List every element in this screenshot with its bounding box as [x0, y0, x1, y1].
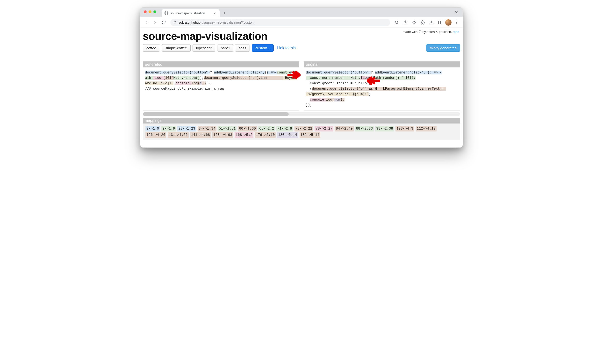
new-tab-button[interactable]: +: [221, 10, 228, 16]
minify-generated-button[interactable]: minify generated: [426, 44, 460, 52]
bookmark-star-icon[interactable]: [410, 19, 418, 26]
profile-avatar[interactable]: [445, 19, 452, 26]
preset-sass-button[interactable]: sass: [235, 44, 250, 52]
credits: made with ♡ by sokra & paulirish. repo: [403, 30, 459, 34]
url-path: /source-map-visualization/#custom: [202, 21, 255, 24]
repo-link[interactable]: repo: [453, 30, 459, 34]
globe-icon: [164, 11, 168, 15]
tab-close-icon[interactable]: ×: [213, 11, 217, 16]
mapping-item[interactable]: 176->5:10: [255, 132, 276, 138]
mappings-panel-header: mappings: [143, 118, 460, 124]
mappings-panel: mappings 0->1:09->1:923->1:2334->1:3451-…: [143, 118, 460, 140]
mapping-item[interactable]: 84->2:49: [335, 126, 354, 132]
url-host: sokra.github.io: [179, 21, 200, 24]
browser-toolbar: sokra.github.io/source-map-visualization…: [140, 17, 463, 28]
original-panel-header: original: [304, 62, 460, 67]
mappings-list: 0->1:09->1:923->1:2334->1:3451->1:5160->…: [143, 124, 460, 140]
lock-icon: [173, 20, 177, 24]
mapping-item[interactable]: 9->1:9: [161, 126, 176, 132]
extensions-icon[interactable]: [419, 19, 426, 26]
mapping-item[interactable]: 163->4:93: [212, 132, 233, 138]
mapping-item[interactable]: 51->1:51: [218, 126, 237, 132]
mapping-item[interactable]: 141->4:68: [190, 132, 211, 138]
tab-title: source-map-visualization: [170, 11, 205, 15]
scrollbar-thumb[interactable]: [143, 112, 289, 116]
browser-tab[interactable]: source-map-visualization ×: [162, 9, 220, 17]
mapping-item[interactable]: 93->2:38: [375, 126, 394, 132]
mapping-item[interactable]: 168->5:2: [235, 132, 254, 138]
credits-by: by sokra & paulirish.: [422, 30, 453, 34]
original-panel: original document.querySelector('button'…: [304, 61, 460, 110]
tab-strip: source-map-visualization × +: [140, 8, 463, 17]
preset-simple-coffee-button[interactable]: simple-coffee: [162, 44, 191, 52]
reload-button[interactable]: [160, 19, 167, 26]
code-panels: generated document.querySelector("button…: [143, 61, 460, 110]
share-icon[interactable]: [402, 19, 409, 26]
generated-code[interactable]: document.querySelector("button")?.addEve…: [143, 67, 299, 94]
mapping-item[interactable]: 60->1:60: [238, 126, 257, 132]
downloads-icon[interactable]: [428, 19, 435, 26]
window-close-button[interactable]: [144, 10, 147, 13]
mapping-item[interactable]: 34->1:34: [198, 126, 217, 132]
svg-rect-6: [439, 21, 442, 24]
search-icon[interactable]: [393, 19, 400, 26]
mapping-item[interactable]: 131->4:56: [168, 132, 188, 138]
mapping-item[interactable]: 0->1:0: [145, 126, 160, 132]
window-controls: [144, 10, 156, 13]
generated-panel-scrollbar[interactable]: [143, 112, 460, 116]
original-code[interactable]: document.querySelector('button')?.addEve…: [304, 67, 460, 110]
mapping-item[interactable]: 182->5:14: [300, 132, 320, 138]
mapping-item[interactable]: 71->2:8: [276, 126, 293, 132]
back-button[interactable]: [143, 19, 150, 26]
mapping-item[interactable]: 103->4:3: [395, 126, 414, 132]
credits-prefix: made with: [403, 30, 418, 34]
preset-coffee-button[interactable]: coffee: [143, 44, 160, 52]
svg-rect-0: [174, 22, 176, 23]
window-maximize-button[interactable]: [153, 10, 156, 13]
mapping-item[interactable]: 126->4:26: [145, 132, 166, 138]
page-content: made with ♡ by sokra & paulirish. repo s…: [140, 28, 463, 147]
address-bar[interactable]: sokra.github.io/source-map-visualization…: [170, 19, 390, 26]
preset-custom-button[interactable]: custom...: [252, 44, 274, 52]
mapping-item[interactable]: 88->2:33: [355, 126, 374, 132]
svg-line-2: [397, 23, 398, 24]
tabs-menu-button[interactable]: [454, 10, 459, 15]
link-to-this[interactable]: Link to this: [277, 46, 295, 50]
window-minimize-button[interactable]: [149, 10, 151, 13]
svg-marker-4: [412, 21, 416, 24]
forward-button[interactable]: [151, 19, 159, 26]
mapping-item[interactable]: 112->4:12: [416, 126, 437, 132]
preset-buttons-row: coffee simple-coffee typescript babel sa…: [143, 44, 460, 52]
svg-point-1: [395, 21, 398, 24]
preset-babel-button[interactable]: babel: [217, 44, 233, 52]
heart-icon: ♡: [418, 30, 422, 34]
mapping-item[interactable]: 65->2:2: [258, 126, 275, 132]
mapping-item[interactable]: 78->2:27: [314, 126, 333, 132]
mapping-item[interactable]: 180->5:14: [277, 132, 298, 138]
mapping-item[interactable]: 73->2:22: [294, 126, 313, 132]
browser-menu-icon[interactable]: ⋮: [453, 19, 460, 26]
generated-panel: generated document.querySelector("button…: [143, 61, 299, 110]
preset-typescript-button[interactable]: typescript: [193, 44, 215, 52]
side-panel-icon[interactable]: [437, 19, 444, 26]
generated-panel-header: generated: [143, 62, 299, 67]
mapping-item[interactable]: 23->1:23: [177, 126, 196, 132]
browser-window: source-map-visualization × +: [140, 7, 463, 148]
